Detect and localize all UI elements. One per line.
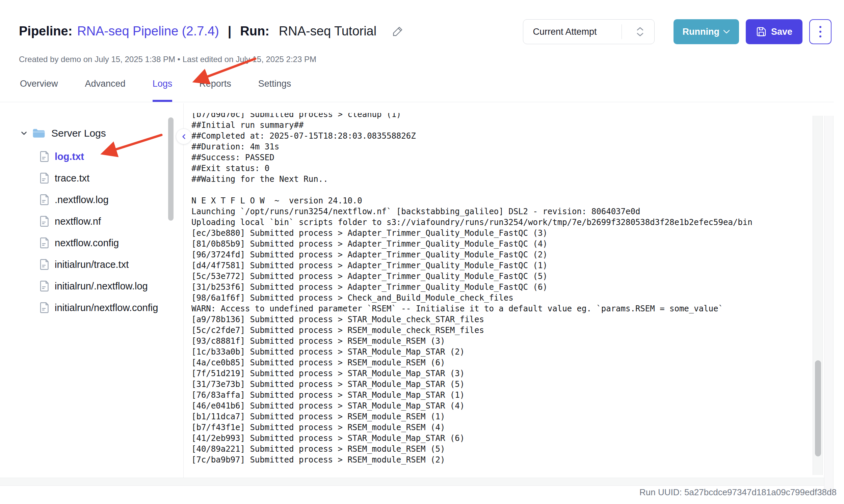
edit-run-name-button[interactable]: [392, 25, 404, 37]
run-name: RNA-seq Tutorial: [279, 22, 376, 40]
sidebar-file-name: trace.txt: [55, 173, 89, 184]
more-actions-button[interactable]: [809, 19, 831, 44]
tab-advanced[interactable]: Advanced: [85, 77, 126, 102]
log-vertical-scrollbar-thumb[interactable]: [815, 360, 821, 456]
document-icon: [40, 302, 49, 313]
run-uuid: Run UUID: 5a27bcdce97347d181a09c799edf38…: [639, 487, 837, 498]
sidebar-file-name: nextflow.nf: [55, 216, 101, 227]
sidebar-folder-server-logs[interactable]: Server Logs: [20, 127, 106, 139]
sidebar-file-item[interactable]: nextflow.config: [40, 232, 168, 254]
sidebar-file-item[interactable]: log.txt: [40, 146, 168, 167]
log-horizontal-scrollbar[interactable]: [0, 478, 824, 486]
document-icon: [40, 259, 49, 270]
tab-overview[interactable]: Overview: [20, 77, 58, 102]
document-icon: [40, 280, 49, 292]
pipeline-label: Pipeline:: [19, 22, 72, 40]
document-icon: [40, 237, 49, 249]
sidebar-file-name: .nextflow.log: [55, 194, 109, 205]
run-uuid-label: Run UUID:: [639, 487, 684, 497]
save-label: Save: [771, 26, 792, 37]
pipeline-link[interactable]: RNA-seq Pipeline (2.7.4): [77, 22, 219, 40]
log-text: [b7/d9d70c] Submitted process > cleanup …: [184, 113, 813, 465]
document-icon: [40, 151, 49, 162]
pencil-icon: [392, 25, 404, 37]
kebab-icon: [819, 26, 821, 37]
chevron-down-icon: [20, 129, 28, 138]
sidebar-file-item[interactable]: initialrun/trace.txt: [40, 254, 168, 275]
sidebar-file-item[interactable]: initialrun/.nextflow.log: [40, 275, 168, 297]
page-title: Pipeline: RNA-seq Pipeline (2.7.4) | Run…: [19, 22, 404, 40]
chevron-down-icon: [723, 29, 730, 34]
floppy-icon: [756, 26, 767, 37]
folder-icon: [32, 128, 45, 139]
run-uuid-value: 5a27bcdce97347d181a09c799edf38d8: [684, 487, 837, 497]
tab-reports[interactable]: Reports: [199, 77, 231, 102]
tab-bar: OverviewAdvancedLogsReportsSettings: [0, 77, 834, 102]
status-running-button[interactable]: Running: [673, 19, 739, 44]
chevron-up-down-icon: [636, 26, 644, 37]
collapse-sidebar-button[interactable]: [176, 128, 192, 144]
tab-logs[interactable]: Logs: [153, 77, 173, 102]
log-content-area[interactable]: [b7/d9d70c] Submitted process > cleanup …: [184, 113, 813, 475]
log-vertical-scrollbar[interactable]: [813, 116, 823, 475]
document-icon: [40, 173, 49, 184]
title-separator: |: [228, 22, 232, 40]
sidebar-file-item[interactable]: initialrun/nextflow.config: [40, 297, 168, 319]
toolbar: Current Attempt Running Save: [523, 19, 831, 44]
created-edited-meta: Created by demo on July 15, 2025 1:38 PM…: [19, 55, 316, 64]
run-label: Run:: [240, 22, 269, 40]
sidebar-file-name: nextflow.config: [55, 237, 119, 249]
status-running-label: Running: [682, 26, 719, 37]
sidebar-file-name: initialrun/trace.txt: [55, 259, 129, 270]
chevron-left-icon: [181, 133, 187, 140]
sidebar-file-name: initialrun/.nextflow.log: [55, 281, 148, 292]
document-icon: [40, 194, 49, 205]
page-vertical-scrollbar[interactable]: [824, 116, 833, 491]
sidebar-file-list: log.txt trace.txt .nextflow.log: [40, 146, 168, 319]
select-divider: [621, 24, 622, 39]
sidebar-file-item[interactable]: .nextflow.log: [40, 189, 168, 211]
attempt-select-value: Current Attempt: [533, 26, 597, 37]
sidebar-file-name: initialrun/nextflow.config: [55, 302, 158, 313]
sidebar-file-name: log.txt: [55, 151, 84, 162]
save-button[interactable]: Save: [746, 19, 803, 44]
sidebar-file-item[interactable]: trace.txt: [40, 167, 168, 189]
attempt-select[interactable]: Current Attempt: [523, 19, 655, 44]
sidebar-folder-label: Server Logs: [51, 127, 106, 139]
sidebar-scrollbar-thumb[interactable]: [168, 118, 174, 221]
sidebar-file-item[interactable]: nextflow.nf: [40, 211, 168, 232]
document-icon: [40, 216, 49, 227]
tab-settings[interactable]: Settings: [258, 77, 291, 102]
